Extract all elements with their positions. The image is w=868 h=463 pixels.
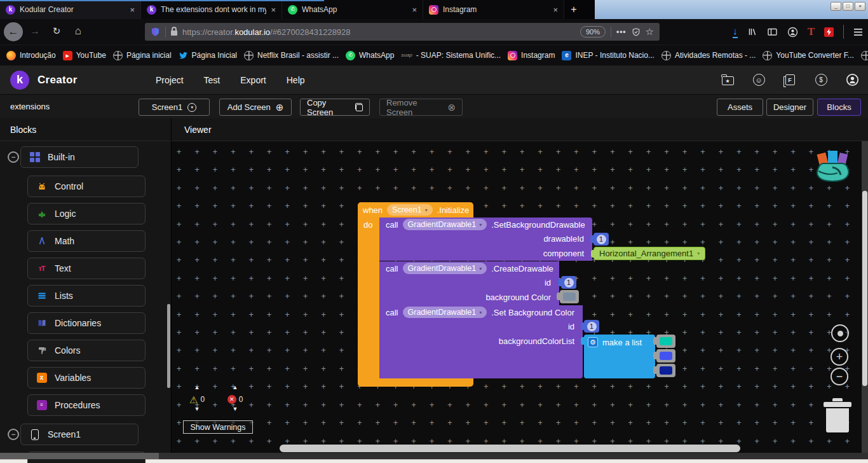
collapse-screen1-icon[interactable]: − — [8, 429, 19, 440]
page-horizontal-scrollbar-thumb[interactable] — [0, 453, 159, 459]
bookmark-whatsapp[interactable]: ✆WhatsApp — [346, 51, 394, 60]
sidebar-scrollbar-thumb[interactable] — [167, 304, 170, 388]
sidebar-item-procedures[interactable]: ≡ Procedures — [27, 394, 146, 416]
pocket-shield-icon[interactable] — [632, 27, 641, 37]
number-block[interactable]: 1 — [593, 233, 609, 245]
color-value-block[interactable] — [656, 349, 675, 363]
tab-instagram[interactable]: Instagram × — [423, 0, 564, 19]
tab-close-icon[interactable]: × — [130, 5, 135, 15]
event-block-header[interactable]: when Screen1▾ .Initialize — [358, 202, 473, 218]
sidebar-item-screen1[interactable]: Screen1 — [20, 424, 139, 445]
zoom-reset-icon[interactable] — [831, 324, 849, 342]
close-button[interactable]: × — [855, 2, 865, 11]
color-value-block[interactable] — [656, 335, 675, 348]
sidebar-item-text[interactable]: ᴛT Text — [27, 258, 146, 279]
zoom-in-icon[interactable]: + — [831, 348, 848, 366]
restore-button[interactable]: □ — [843, 2, 853, 11]
my-projects-folder-icon[interactable]: ★ — [721, 73, 735, 87]
event-block-do-column[interactable]: do — [358, 218, 379, 378]
component-dropdown[interactable]: GradientDrawable1▾ — [403, 219, 487, 230]
blockly-workspace[interactable]: +++++++++++++++++++++++++++++++++++++++ … — [172, 141, 868, 453]
url-text[interactable]: https://creator.kodular.io/#627002843122… — [182, 27, 575, 37]
tab-extensions-thread[interactable]: k The extensions dont work in my pr × — [141, 0, 282, 19]
menu-test[interactable]: Test — [204, 75, 220, 85]
sidebar-item-built-in[interactable]: Built-in — [20, 146, 139, 168]
tab-close-icon[interactable]: × — [271, 5, 276, 15]
reload-button[interactable]: ↻ — [50, 25, 64, 37]
kodular-logo[interactable]: k — [10, 71, 29, 90]
tab-close-icon[interactable]: × — [412, 5, 417, 15]
bookmark-introducao[interactable]: Introdução — [6, 51, 56, 60]
trash-can-icon[interactable] — [823, 398, 852, 432]
bookmark-youtube[interactable]: ▶YouTube — [63, 51, 106, 60]
sidebar-item-math[interactable]: Math — [27, 230, 146, 252]
down-arrow-icon[interactable]: ▼ — [233, 406, 238, 414]
extension-t-icon[interactable]: T — [808, 25, 815, 38]
bookmark-netflix[interactable]: Netflix Brasil - assistir ... — [244, 51, 339, 60]
library-icon[interactable] — [747, 27, 757, 37]
warnings-counter[interactable]: ▲ ⚠0 ▼ — [186, 385, 208, 414]
color-value-block[interactable] — [656, 364, 675, 377]
show-warnings-button[interactable]: Show Warnings — [183, 420, 253, 434]
menu-project[interactable]: Project — [156, 75, 184, 85]
bookmark-star-icon[interactable]: ☆ — [646, 26, 654, 38]
tab-whatsapp[interactable]: ✆ WhatsApp × — [282, 0, 423, 19]
zoom-out-icon[interactable]: − — [831, 368, 848, 385]
url-bar[interactable]: https://creator.kodular.io/#627002843122… — [145, 23, 660, 41]
downloads-icon[interactable]: ↓ — [733, 25, 738, 38]
tab-kodular-creator[interactable]: k Kodular Creator × — [0, 0, 141, 19]
new-tab-button[interactable]: + — [564, 0, 583, 19]
workspace-vertical-scrollbar-track[interactable] — [862, 141, 868, 453]
back-button[interactable]: ← — [4, 22, 23, 41]
page-actions-icon[interactable]: ••• — [616, 27, 627, 36]
bookmark-instagram[interactable]: Instagram — [508, 51, 555, 60]
up-arrow-icon[interactable]: ▲ — [194, 385, 200, 392]
bookmark-pagina-inicial-1[interactable]: Página inicial — [113, 51, 172, 60]
component-dropdown[interactable]: GradientDrawable1▾ — [403, 307, 487, 318]
event-target-dropdown[interactable]: Screen1▾ — [387, 204, 433, 216]
bookmark-yt-converter[interactable]: YouTube Converter F... — [763, 51, 854, 60]
workspace-vertical-scrollbar-thumb[interactable] — [862, 191, 867, 386]
color-value-block[interactable] — [560, 290, 579, 303]
profile-icon[interactable] — [845, 73, 859, 87]
sidebar-item-colors[interactable]: Colors — [27, 340, 146, 361]
community-icon[interactable]: ☺ — [752, 73, 766, 87]
number-block[interactable]: 1 — [561, 276, 576, 289]
blocks-button[interactable]: Blocks — [817, 99, 861, 116]
minimize-button[interactable]: _ — [831, 2, 841, 11]
component-dropdown[interactable]: GradientDrawable1▾ — [403, 263, 487, 274]
extension-red-icon[interactable] — [824, 27, 834, 37]
collapse-builtin-icon[interactable]: − — [8, 151, 19, 163]
forward-button[interactable]: → — [28, 25, 42, 37]
bookmark-atividades[interactable]: Atividades Remotas - ... — [661, 51, 756, 60]
number-block[interactable]: 1 — [584, 320, 599, 333]
call-setbackgroundcolor-block[interactable]: call GradientDrawable1▾ .Set Background … — [379, 305, 583, 378]
page-horizontal-scrollbar[interactable] — [0, 453, 868, 459]
assets-button[interactable]: Assets — [717, 99, 763, 116]
designer-button[interactable]: Designer — [766, 99, 813, 116]
add-screen-button[interactable]: Add Screen⊕ — [219, 99, 292, 116]
errors-counter[interactable]: ▲ ✕0 ▼ — [224, 385, 247, 414]
down-arrow-icon[interactable]: ▼ — [194, 406, 200, 414]
call-setbackgrounddrawable-block[interactable]: call GradientDrawable1▾ .SetBackgroundDr… — [379, 218, 592, 261]
sidebar-item-variables[interactable]: x Variables — [27, 367, 146, 389]
workspace-horizontal-scrollbar[interactable] — [280, 445, 740, 452]
account-icon[interactable] — [787, 27, 798, 38]
tab-close-icon[interactable]: × — [553, 5, 558, 15]
bookmark-suap[interactable]: suap- SUAP: Sistema Unific... — [401, 51, 501, 60]
menu-help[interactable]: Help — [287, 75, 305, 85]
event-block-footer[interactable] — [358, 378, 473, 387]
call-createdrawable-block[interactable]: call GradientDrawable1▾ .CreateDrawable … — [379, 261, 559, 305]
component-value-block[interactable]: Horizontal_Arrangement1▾ — [593, 247, 705, 260]
make-a-list-block[interactable]: ⚙ make a list — [584, 335, 655, 378]
sidebar-toggle-icon[interactable] — [767, 27, 778, 37]
zoom-level-badge[interactable]: 90% — [580, 26, 606, 38]
news-icon[interactable]: F — [783, 73, 797, 87]
screen-selector-button[interactable]: Screen1▾ — [139, 99, 210, 116]
remove-screen-button[interactable]: Remove Screen⊗ — [379, 99, 463, 116]
sidebar-item-control[interactable]: Control — [27, 176, 146, 197]
backpack-icon[interactable] — [812, 149, 853, 186]
up-arrow-icon[interactable]: ▲ — [233, 385, 238, 392]
bookmark-inep[interactable]: eINEP - Instituto Nacio... — [562, 51, 654, 60]
sidebar-item-dictionaries[interactable]: Dictionaries — [27, 312, 146, 334]
